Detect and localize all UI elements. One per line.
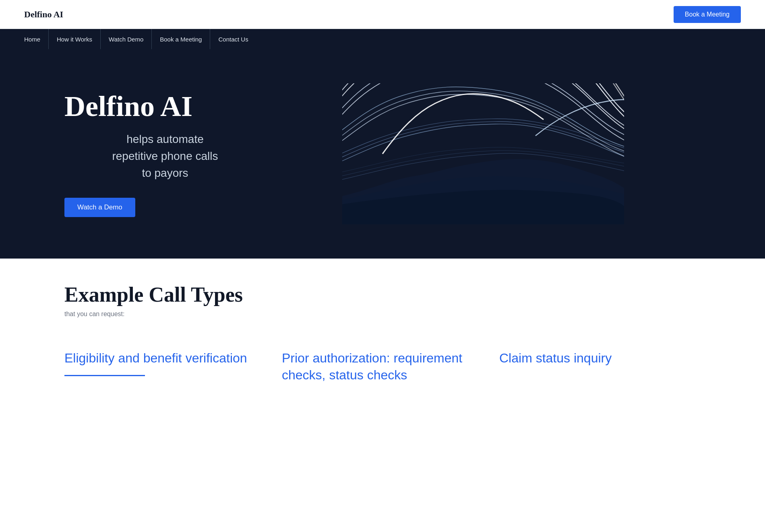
site-logo: Delfino AI xyxy=(24,9,63,20)
nav-item-book-a-meeting[interactable]: Book a Meeting xyxy=(152,29,210,49)
call-type-title-2: Prior authorization: requirement checks,… xyxy=(282,350,483,383)
call-type-item-1: Eligibility and benefit verification xyxy=(64,342,266,398)
wave-illustration xyxy=(342,83,624,224)
section-title: Example Call Types xyxy=(64,283,701,306)
hero-subtitle: helps automate repetitive phone calls to… xyxy=(64,131,266,182)
hero-subtitle-line2: repetitive phone calls xyxy=(112,150,218,162)
call-type-divider-1 xyxy=(64,375,145,376)
hero-subtitle-line3: to payors xyxy=(142,167,188,179)
section-subtitle: that you can request: xyxy=(64,311,701,318)
call-type-item-3: Claim status inquiry xyxy=(499,342,701,398)
nav-item-contact-us[interactable]: Contact Us xyxy=(210,29,256,49)
nav-item-how-it-works[interactable]: How it Works xyxy=(49,29,101,49)
nav-item-home[interactable]: Home xyxy=(24,29,49,49)
navigation: Home How it Works Watch Demo Book a Meet… xyxy=(0,29,765,49)
hero-section: Delfino AI helps automate repetitive pho… xyxy=(0,49,765,259)
call-type-item-2: Prior authorization: requirement checks,… xyxy=(282,342,483,398)
hero-content: Delfino AI helps automate repetitive pho… xyxy=(64,91,266,217)
hero-title: Delfino AI xyxy=(64,91,266,122)
hero-watch-demo-button[interactable]: Watch a Demo xyxy=(64,198,135,217)
hero-visual xyxy=(266,73,701,234)
main-content: Example Call Types that you can request:… xyxy=(0,259,765,422)
header-book-meeting-button[interactable]: Book a Meeting xyxy=(674,6,741,23)
call-type-title-1: Eligibility and benefit verification xyxy=(64,350,266,367)
top-header: Delfino AI Book a Meeting xyxy=(0,0,765,29)
hero-subtitle-line1: helps automate xyxy=(126,133,203,145)
call-type-title-3: Claim status inquiry xyxy=(499,350,701,367)
call-types-grid: Eligibility and benefit verification Pri… xyxy=(64,342,701,398)
nav-item-watch-demo[interactable]: Watch Demo xyxy=(101,29,152,49)
